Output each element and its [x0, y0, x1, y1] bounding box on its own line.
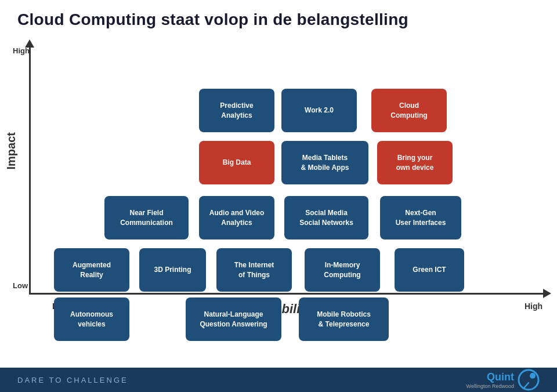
svg-point-1	[530, 373, 536, 379]
chart-area: Impact High Low Low Probability High Pre…	[0, 34, 557, 341]
impact-label: Impact	[5, 132, 18, 169]
bubble-green-ict: Green ICT	[395, 248, 464, 292]
bubble-audio-video: Audio and Video Analytics	[199, 196, 274, 239]
footer-tagline: Dare to Challenge	[17, 376, 128, 384]
bubble-autonomous: Autonomous vehicles	[54, 297, 129, 341]
bubble-augmented-reality: Augmented Reality	[54, 248, 129, 292]
footer-bar: Dare to Challenge Quint Wellington Redwo…	[0, 368, 557, 392]
bubble-mobile-robotics: Mobile Robotics & Telepresence	[299, 297, 389, 341]
bubble-in-memory: In-Memory Computing	[305, 248, 380, 292]
quint-logo: Quint Wellington Redwood	[466, 369, 540, 391]
bubble-media-tablets: Media Tablets & Mobile Apps	[281, 141, 368, 184]
brand-sub: Wellington Redwood	[466, 383, 514, 389]
bubble-natural-language: Natural-Language Question Answering	[186, 297, 281, 341]
bubble-near-field: Near Field Communication	[104, 196, 189, 239]
y-axis	[29, 45, 31, 295]
high-y-label: High	[13, 46, 30, 55]
x-axis	[29, 293, 545, 295]
bubble-predictive-analytics: Predictive Analytics	[199, 89, 274, 132]
bubble-cloud-computing: Cloud Computing	[371, 89, 447, 132]
bubble-work20: Work 2.0	[281, 89, 357, 132]
bubble-internet-things: The Internet of Things	[216, 248, 292, 292]
quint-circle-icon	[518, 369, 540, 391]
bubble-3d-printing: 3D Printing	[139, 248, 206, 292]
svg-point-0	[519, 370, 538, 390]
high-x-label: High	[525, 302, 542, 311]
bubble-social-media: Social Media Social Networks	[284, 196, 368, 239]
bubble-big-data: Big Data	[199, 141, 274, 184]
low-y-label: Low	[13, 281, 28, 290]
page-title: Cloud Computing staat volop in de belang…	[0, 0, 557, 34]
bubble-next-gen: Next-Gen User Interfaces	[380, 196, 461, 239]
bubble-bring-own-device: Bring your own device	[377, 141, 453, 184]
brand-name: Quint	[487, 371, 514, 383]
